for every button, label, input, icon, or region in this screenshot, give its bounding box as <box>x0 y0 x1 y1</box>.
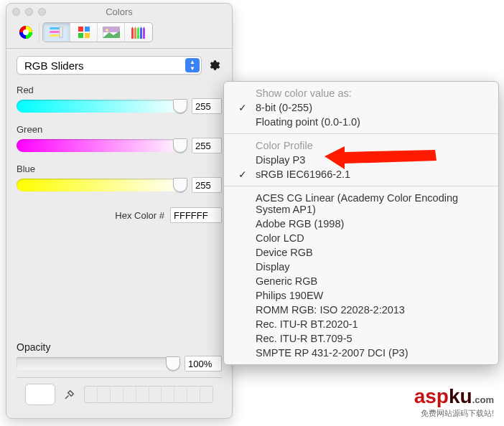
picker-tabs <box>6 19 232 49</box>
tab-crayons[interactable] <box>125 23 152 42</box>
menu-item-bt2020[interactable]: Rec. ITU-R BT.2020-1 <box>224 317 498 331</box>
red-label: Red <box>17 85 222 95</box>
svg-rect-3 <box>50 31 60 33</box>
slider-knob[interactable] <box>166 356 180 371</box>
gear-icon <box>207 59 220 72</box>
menu-item-generic[interactable]: Generic RGB <box>224 274 498 288</box>
menu-item-display-p3[interactable]: Display P3 <box>224 153 498 167</box>
svg-rect-11 <box>103 27 120 32</box>
color-wheel-icon <box>19 25 33 39</box>
current-swatch[interactable] <box>25 384 55 405</box>
blue-value-input[interactable] <box>192 177 222 193</box>
green-value-input[interactable] <box>192 138 222 153</box>
sliders-icon <box>49 27 65 38</box>
menu-heading-color-profile: Color Profile <box>224 138 498 153</box>
svg-rect-13 <box>131 29 134 39</box>
tab-color-wheel[interactable] <box>12 22 39 42</box>
svg-rect-16 <box>140 29 142 39</box>
window-title: Colors <box>6 6 232 17</box>
svg-rect-17 <box>143 29 145 39</box>
hex-label: Hex Color # <box>115 210 164 221</box>
red-slider[interactable] <box>17 100 186 113</box>
crayons-icon <box>131 26 146 39</box>
image-icon <box>103 27 120 38</box>
picker-tabs-segment <box>42 22 153 42</box>
svg-rect-7 <box>85 27 90 32</box>
palette-icon <box>78 26 90 39</box>
menu-separator <box>224 186 498 186</box>
slider-mode-select[interactable]: RGB Sliders ▲▼ <box>17 56 202 75</box>
menu-item-colorlcd[interactable]: Color LCD <box>224 231 498 245</box>
svg-rect-4 <box>50 34 60 37</box>
svg-marker-18 <box>131 27 134 29</box>
colors-window: Colors <box>6 3 233 419</box>
eyedropper-icon <box>63 388 76 401</box>
menu-item-adobergb[interactable]: Adobe RGB (1998) <box>224 217 498 231</box>
logo-subtitle: 免费网站源码下载站! <box>414 408 494 419</box>
slider-knob[interactable] <box>173 178 187 192</box>
svg-rect-9 <box>85 33 90 38</box>
svg-marker-21 <box>140 27 142 29</box>
svg-rect-8 <box>78 33 83 38</box>
sliders-panel: RGB Sliders ▲▼ Red Green Blue Hex Colo <box>6 49 232 418</box>
menu-item-romm[interactable]: ROMM RGB: ISO 22028-2:2013 <box>224 303 498 317</box>
menu-heading-value-format: Show color value as: <box>224 86 498 100</box>
menu-item-8bit[interactable]: 8-bit (0-255) <box>224 100 498 115</box>
slider-knob[interactable] <box>173 99 187 113</box>
eyedropper-button[interactable] <box>62 387 77 402</box>
chevron-updown-icon: ▲▼ <box>185 58 200 72</box>
opacity-slider[interactable] <box>17 357 179 370</box>
svg-rect-14 <box>134 29 136 39</box>
menu-item-philips[interactable]: Philips 190EW <box>224 288 498 303</box>
svg-rect-5 <box>60 27 62 37</box>
opacity-value-input[interactable] <box>185 356 222 371</box>
svg-point-12 <box>106 29 108 32</box>
hex-input[interactable] <box>170 207 222 223</box>
svg-point-1 <box>23 29 29 35</box>
menu-item-bt709[interactable]: Rec. ITU-R BT.709-5 <box>224 331 498 346</box>
blue-label: Blue <box>17 164 222 174</box>
color-options-menu: Show color value as: 8-bit (0-255) Float… <box>223 81 499 365</box>
tab-palettes[interactable] <box>70 23 98 42</box>
logo-text-1: asp <box>414 385 449 407</box>
green-label: Green <box>17 124 222 135</box>
svg-marker-20 <box>137 27 139 29</box>
slider-knob[interactable] <box>173 138 187 153</box>
swatch-strip[interactable] <box>84 386 213 403</box>
tab-sliders[interactable] <box>43 23 70 42</box>
gear-button[interactable] <box>206 57 222 73</box>
menu-item-display[interactable]: Display <box>224 260 498 274</box>
menu-item-floating[interactable]: Floating point (0.0-1.0) <box>224 115 498 129</box>
slider-mode-value: RGB Sliders <box>24 60 84 72</box>
green-slider[interactable] <box>17 139 186 152</box>
logo-suffix: .com <box>472 394 494 405</box>
tab-image[interactable] <box>98 23 125 42</box>
logo-text-2: ku <box>449 385 472 407</box>
red-value-input[interactable] <box>192 98 222 114</box>
svg-rect-2 <box>50 27 60 29</box>
svg-marker-22 <box>143 27 145 29</box>
titlebar: Colors <box>6 4 232 19</box>
watermark-logo: aspku.com 免费网站源码下载站! <box>414 385 494 419</box>
blue-slider[interactable] <box>17 179 186 191</box>
svg-rect-6 <box>78 27 83 32</box>
opacity-label: Opacity <box>17 341 222 353</box>
menu-separator <box>224 133 498 134</box>
swatch-footer <box>17 378 222 411</box>
menu-item-devicergb[interactable]: Device RGB <box>224 245 498 260</box>
menu-item-srgb[interactable]: sRGB IEC61966-2.1 <box>224 167 498 181</box>
menu-item-smpte[interactable]: SMPTE RP 431-2-2007 DCI (P3) <box>224 346 498 360</box>
svg-marker-19 <box>134 27 136 29</box>
menu-item-aces[interactable]: ACES CG Linear (Academy Color Encoding S… <box>224 191 498 217</box>
svg-rect-15 <box>137 29 139 39</box>
